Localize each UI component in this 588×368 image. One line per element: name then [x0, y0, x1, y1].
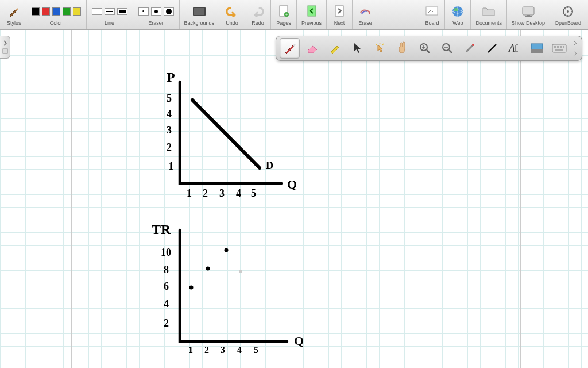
svg-rect-11 [527, 15, 530, 16]
previous-group[interactable]: Previous [297, 0, 327, 29]
eraser-medium[interactable] [151, 7, 161, 16]
canvas[interactable]: P Q 5 4 3 2 1 1 2 3 4 5 D TR [0, 30, 588, 368]
documents-icon [481, 4, 497, 19]
svg-text:5: 5 [167, 93, 172, 104]
graph-2: TR Q 10 8 6 4 2 1 2 3 4 5 [152, 222, 304, 355]
board-group[interactable]: Board [419, 0, 445, 29]
web-group[interactable]: Web [445, 0, 471, 29]
undo-label: Undo [226, 20, 238, 26]
svg-text:2: 2 [203, 187, 208, 199]
eraser-tool[interactable] [302, 38, 322, 59]
svg-rect-35 [3, 49, 7, 53]
svg-rect-43 [554, 46, 556, 48]
svg-rect-7 [426, 7, 438, 15]
previous-label: Previous [301, 20, 322, 26]
svg-point-14 [567, 10, 569, 13]
color-blue[interactable] [52, 7, 60, 16]
floating-toolbar[interactable]: A [276, 36, 582, 61]
svg-rect-44 [557, 46, 559, 48]
svg-rect-42 [552, 44, 566, 52]
erase-icon [357, 4, 373, 19]
line-group[interactable]: Line [87, 0, 133, 29]
erase-group[interactable]: Erase [353, 0, 378, 29]
color-red[interactable] [42, 7, 50, 16]
eraser-group[interactable]: Eraser [133, 0, 180, 29]
line-thin[interactable] [92, 8, 102, 15]
text-tool[interactable]: A [505, 38, 525, 59]
scatter-point-1 [189, 286, 194, 290]
color-group[interactable]: Color [26, 0, 87, 29]
color-black[interactable] [32, 7, 40, 16]
stylus-icon [7, 5, 20, 18]
eraser-small[interactable] [138, 7, 149, 16]
svg-text:A: A [508, 43, 516, 54]
svg-text:5: 5 [254, 345, 258, 355]
laser-tool[interactable] [459, 38, 479, 59]
svg-rect-45 [560, 46, 562, 48]
main-toolbar: Stylus Color Line Eraser [0, 0, 588, 30]
zoom-in-tool[interactable] [415, 38, 435, 59]
svg-text:4: 4 [236, 187, 241, 199]
openboard-group[interactable]: OpenBoard [550, 0, 586, 29]
openboard-icon [560, 4, 576, 19]
backgrounds-icon [191, 4, 207, 19]
zoom-out-tool[interactable] [437, 38, 457, 59]
previous-icon [304, 4, 320, 19]
whiteboard-drawing: P Q 5 4 3 2 1 1 2 3 4 5 D TR [0, 30, 588, 368]
board-label: Board [425, 20, 439, 26]
svg-text:2: 2 [204, 345, 209, 355]
svg-text:6: 6 [164, 281, 169, 292]
svg-rect-47 [555, 49, 563, 51]
show-desktop-group[interactable]: Show Desktop [507, 0, 550, 29]
keyboard-tool[interactable] [550, 38, 570, 59]
capture-tool[interactable] [527, 38, 547, 59]
next-icon [331, 4, 347, 19]
pages-group[interactable]: + Pages [271, 0, 297, 29]
page-mini-icon [2, 48, 8, 54]
redo-group[interactable]: Redo [245, 0, 271, 29]
svg-text:+: + [285, 13, 288, 17]
line-label: Line [105, 20, 114, 26]
color-label: Color [50, 20, 63, 26]
line-medium[interactable] [105, 8, 115, 15]
interact-tool[interactable] [370, 38, 390, 59]
svg-rect-6 [335, 6, 343, 16]
svg-rect-41 [531, 49, 543, 53]
stylus-group[interactable]: Stylus [2, 0, 26, 29]
svg-text:4: 4 [237, 345, 242, 355]
highlighter-tool[interactable] [324, 38, 345, 59]
graph2-xlabel: Q [294, 334, 304, 348]
svg-point-38 [472, 44, 474, 46]
svg-text:5: 5 [251, 187, 256, 199]
undo-icon [224, 4, 240, 19]
documents-group[interactable]: Documents [471, 0, 507, 29]
eraser-large[interactable] [164, 7, 174, 16]
next-group[interactable]: Next [327, 0, 353, 29]
svg-text:4: 4 [164, 298, 169, 309]
svg-point-9 [454, 8, 458, 12]
pointer-tool[interactable] [347, 38, 368, 59]
web-label: Web [452, 20, 463, 26]
color-yellow[interactable] [73, 7, 81, 16]
show-desktop-icon [520, 4, 536, 19]
stylus-label: Stylus [7, 20, 21, 26]
svg-rect-46 [563, 46, 564, 48]
line-tool[interactable] [482, 38, 502, 59]
openboard-label: OpenBoard [555, 20, 581, 26]
svg-text:2: 2 [164, 317, 169, 329]
backgrounds-group[interactable]: Backgrounds [180, 0, 220, 29]
graph-1: P Q 5 4 3 2 1 1 2 3 4 5 D [167, 70, 297, 199]
side-panel-toggle[interactable] [0, 36, 10, 59]
board-icon [424, 4, 440, 19]
demand-line [192, 100, 260, 168]
line-thick[interactable] [117, 8, 127, 15]
color-green[interactable] [63, 7, 71, 16]
svg-text:4: 4 [167, 108, 172, 120]
undo-group[interactable]: Undo [219, 0, 245, 29]
pen-tool[interactable] [280, 38, 300, 59]
eraser-label: Eraser [148, 20, 164, 26]
toolbar-expand-icon[interactable] [572, 40, 578, 57]
backgrounds-label: Backgrounds [184, 20, 215, 26]
svg-rect-5 [308, 6, 316, 16]
hand-tool[interactable] [392, 38, 412, 59]
